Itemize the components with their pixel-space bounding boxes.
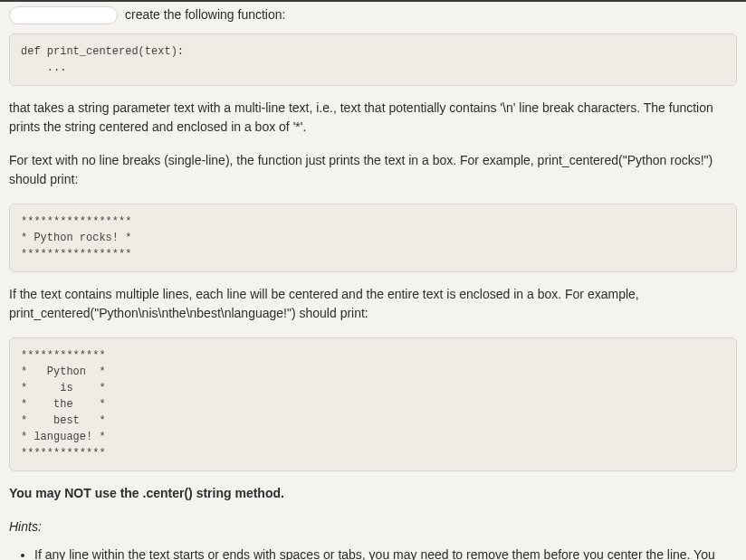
code-block-example-single: ***************** * Python rocks! * ****… <box>9 204 737 272</box>
paragraph-multi-line-example: If the text contains multiple lines, eac… <box>9 285 737 323</box>
code-block-example-multi: ************* * Python * * is * * the * … <box>9 337 737 471</box>
restriction-text: You may NOT use the .center() string met… <box>9 486 284 500</box>
code-block-function-def: def print_centered(text): ... <box>9 33 737 86</box>
paragraph-description: that takes a string parameter text with … <box>9 99 737 137</box>
list-item: If any line within the text starts or en… <box>34 546 737 560</box>
hints-label: Hints: <box>9 517 737 536</box>
intro-row: create the following function: <box>9 5 737 24</box>
filename-input[interactable] <box>9 6 118 24</box>
intro-tail-text: create the following function: <box>125 5 285 24</box>
paragraph-single-line-example: For text with no line breaks (single-lin… <box>9 151 737 189</box>
restriction-note: You may NOT use the .center() string met… <box>9 484 737 503</box>
document-body: create the following function: def print… <box>0 2 746 560</box>
hints-list: If any line within the text starts or en… <box>9 546 737 560</box>
